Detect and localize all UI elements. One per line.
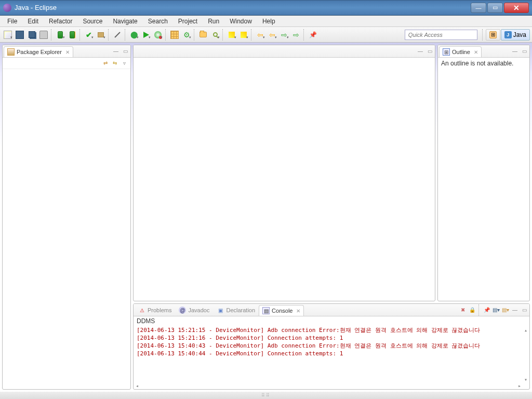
workspace: Package Explorer ✕ — ▭ ⇄ ⇆ ▿ — [0, 43, 532, 392]
tab-console[interactable]: ▤ Console ✕ — [259, 305, 304, 316]
scroll-right-icon[interactable]: ▸ — [518, 382, 521, 390]
package-explorer-body[interactable] — [3, 69, 130, 389]
center-right-column: — ▭ ⊞ Outline ✕ — [133, 45, 530, 390]
next-annotation-button[interactable] — [238, 29, 249, 41]
menu-window[interactable]: Window — [224, 16, 257, 26]
toolbar-separator — [51, 29, 53, 41]
status-bar: ⠿⠿ — [0, 392, 532, 399]
minimize-view-button[interactable]: — — [511, 306, 519, 314]
maximize-button[interactable]: ▭ — [487, 3, 503, 13]
tab-label: Package Explorer — [17, 49, 62, 55]
clear-console-button[interactable]: ✖ — [459, 306, 467, 314]
new-android-button[interactable] — [169, 29, 180, 41]
java-perspective-button[interactable]: J Java — [501, 29, 530, 41]
editor-tab-bar: — ▭ — [134, 45, 435, 58]
top-split: — ▭ ⊞ Outline ✕ — [133, 45, 530, 301]
console-output[interactable]: [2014-06-13 15:21:15 - DeviceMonitor] Ad… — [134, 326, 529, 389]
menu-search[interactable]: Search — [143, 16, 173, 26]
new-icon — [4, 31, 12, 39]
close-icon[interactable]: ✕ — [296, 308, 300, 314]
lint-button[interactable]: ✔ — [83, 29, 95, 41]
tab-label: Outline — [452, 49, 470, 55]
package-icon — [98, 32, 104, 37]
run-last-button[interactable] — [152, 29, 164, 41]
new-package-button[interactable] — [95, 29, 107, 41]
menu-run[interactable]: Run — [203, 16, 224, 26]
console-icon: ▤ — [262, 307, 270, 314]
open-perspective-button[interactable]: ⊞ — [486, 29, 500, 41]
avd-manager-button[interactable] — [66, 29, 78, 41]
tab-outline[interactable]: ⊞ Outline ✕ — [439, 46, 482, 57]
open-console-button[interactable]: ▤▾ — [501, 306, 510, 314]
display-console-button[interactable]: ▤▾ — [492, 306, 500, 314]
debug-button[interactable]: ⬤ — [128, 29, 140, 41]
nav-forward2-button[interactable]: ⇨ — [278, 29, 290, 41]
view-tab-bar: Package Explorer ✕ — ▭ — [3, 45, 130, 58]
scroll-lock-button[interactable]: 🔒 — [468, 306, 476, 314]
minimize-view-button[interactable]: — — [511, 47, 519, 56]
link-editor-button[interactable]: ⇆ — [111, 59, 119, 68]
package-explorer-toolbar: ⇄ ⇆ ▿ — [3, 58, 130, 69]
annotation-button[interactable] — [226, 29, 237, 41]
grid-icon — [170, 31, 179, 39]
pin-console-button[interactable]: 📌 — [483, 306, 491, 314]
arrow-left-icon: ⇦ — [257, 31, 263, 39]
tab-label: Declaration — [226, 307, 255, 313]
maximize-view-button[interactable]: ▭ — [520, 306, 528, 314]
tab-package-explorer[interactable]: Package Explorer ✕ — [4, 46, 73, 57]
scroll-up-icon[interactable]: ▴ — [524, 327, 527, 334]
collapse-all-button[interactable]: ⇄ — [101, 59, 110, 68]
minimize-view-button[interactable]: — — [112, 47, 120, 56]
print-button[interactable] — [38, 29, 49, 41]
toolbar-separator — [222, 29, 224, 41]
wand-button[interactable] — [112, 29, 123, 41]
nav-forward-button[interactable]: ⇦ — [267, 29, 278, 41]
close-button[interactable]: ✕ — [504, 3, 529, 13]
maximize-view-button[interactable]: ▭ — [425, 47, 434, 56]
menu-project[interactable]: Project — [173, 16, 203, 26]
tab-declaration[interactable]: ▣ Declaration — [213, 304, 259, 315]
tab-problems[interactable]: ⚠ Problems — [135, 304, 175, 315]
run-button[interactable] — [140, 29, 152, 41]
menu-edit[interactable]: Edit — [22, 16, 44, 26]
minimize-button[interactable]: — — [471, 3, 486, 13]
pin-editor-button[interactable]: 📌 — [307, 29, 318, 41]
new-button[interactable] — [2, 29, 14, 41]
arrow-right-icon: ⇨ — [281, 31, 287, 39]
build-button[interactable]: ⚙ — [181, 29, 192, 41]
editor-body[interactable] — [134, 58, 435, 301]
arrow-left-icon: ⇦ — [269, 31, 275, 39]
outline-body: An outline is not available. — [438, 58, 529, 301]
quick-access-input[interactable] — [405, 30, 477, 40]
scroll-left-icon[interactable]: ◂ — [136, 382, 527, 390]
search-button[interactable] — [209, 29, 221, 41]
menu-file[interactable]: File — [2, 16, 22, 26]
gear-icon: ⚙ — [183, 31, 190, 39]
view-menu-button[interactable]: ▿ — [120, 59, 128, 68]
phone-icon — [58, 31, 63, 38]
save-button[interactable] — [14, 29, 25, 41]
menu-help[interactable]: Help — [257, 16, 281, 26]
maximize-view-button[interactable]: ▭ — [121, 47, 129, 56]
window-buttons: — ▭ ✕ — [471, 3, 529, 13]
left-column: Package Explorer ✕ — ▭ ⇄ ⇆ ▿ — [2, 45, 131, 390]
tab-javadoc[interactable]: @ Javadoc — [175, 304, 213, 315]
android-sdk-button[interactable] — [55, 29, 66, 41]
save-all-button[interactable] — [26, 29, 37, 41]
menu-source[interactable]: Source — [77, 16, 108, 26]
menu-refactor[interactable]: Refactor — [44, 16, 77, 26]
drag-handle-icon[interactable]: ⠿⠿ — [261, 393, 271, 398]
maximize-view-button[interactable]: ▭ — [520, 47, 528, 56]
open-type-button[interactable] — [197, 29, 209, 41]
run-external-icon — [154, 31, 162, 38]
menu-navigate[interactable]: Navigate — [108, 16, 142, 26]
nav-last-button[interactable]: ⇨ — [290, 29, 302, 41]
nav-back-button[interactable]: ⇦ — [255, 29, 266, 41]
menu-bar: File Edit Refactor Source Navigate Searc… — [0, 16, 532, 27]
tab-label: Problems — [148, 307, 171, 313]
perspective-icon: ⊞ — [489, 31, 497, 38]
minimize-view-button[interactable]: — — [416, 47, 424, 56]
close-icon[interactable]: ✕ — [474, 49, 478, 55]
bottom-tab-bar: ⚠ Problems @ Javadoc ▣ Declaration ▤ — [134, 304, 529, 316]
close-icon[interactable]: ✕ — [65, 49, 70, 55]
